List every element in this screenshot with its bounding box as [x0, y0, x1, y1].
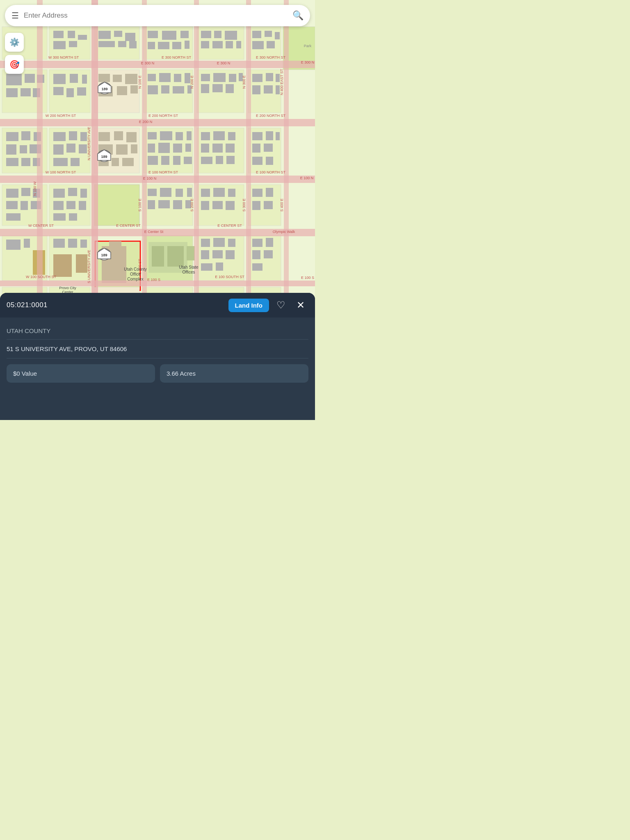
svg-text:E 100 N: E 100 N — [300, 176, 314, 180]
svg-rect-62 — [174, 74, 181, 82]
svg-text:E 100 SOUTH ST: E 100 SOUTH ST — [215, 275, 244, 279]
svg-rect-177 — [201, 201, 209, 210]
svg-text:E 100 N: E 100 N — [143, 176, 157, 180]
svg-rect-178 — [212, 201, 223, 209]
svg-rect-145 — [21, 188, 30, 196]
svg-text:E 100 S: E 100 S — [301, 276, 314, 280]
svg-rect-230 — [194, 0, 199, 295]
svg-rect-229 — [142, 0, 147, 295]
land-info-button[interactable]: Land Info — [228, 299, 269, 312]
svg-rect-128 — [228, 132, 235, 140]
svg-rect-202 — [213, 238, 225, 247]
close-button[interactable]: ✕ — [293, 297, 308, 313]
svg-text:N 400 EAST ST: N 400 EAST ST — [280, 69, 284, 95]
svg-rect-208 — [216, 262, 223, 271]
location-button[interactable]: 🎯 — [5, 55, 24, 74]
svg-text:S UNIVERSITY AVE: S UNIVERSITY AVE — [87, 250, 91, 283]
svg-text:189: 189 — [101, 155, 107, 159]
svg-text:E 300 N: E 300 N — [217, 61, 231, 65]
svg-rect-144 — [6, 189, 18, 198]
svg-rect-201 — [201, 239, 210, 247]
svg-text:E 200 NORTH ST: E 200 NORTH ST — [256, 114, 285, 118]
svg-rect-114 — [160, 131, 172, 140]
svg-text:Utah State: Utah State — [179, 265, 199, 269]
svg-rect-127 — [213, 131, 225, 140]
svg-rect-115 — [176, 132, 183, 140]
svg-rect-96 — [80, 132, 87, 141]
svg-rect-26 — [214, 31, 221, 38]
search-input[interactable] — [24, 11, 292, 20]
parcel-id: 05:021:0001 — [7, 301, 48, 309]
svg-rect-31 — [236, 41, 241, 48]
panel-content: UTAH COUNTY 51 S UNIVERSITY AVE, PROVO, … — [0, 317, 315, 389]
svg-rect-148 — [21, 201, 28, 210]
svg-rect-39 — [6, 74, 22, 85]
value-card: $0 Value — [7, 364, 155, 383]
svg-rect-142 — [266, 157, 273, 165]
svg-rect-131 — [226, 144, 235, 153]
svg-rect-166 — [160, 188, 171, 197]
svg-text:E 200 NORTH ST: E 200 NORTH ST — [148, 114, 178, 118]
svg-rect-140 — [264, 144, 273, 152]
svg-rect-47 — [70, 74, 78, 83]
svg-rect-78 — [266, 73, 273, 81]
svg-rect-227 — [37, 0, 43, 295]
map-container[interactable]: N 100 W N UNIVERSITY AVE S UNIVERSITY AV… — [0, 0, 315, 295]
svg-rect-81 — [264, 85, 273, 94]
info-row: $0 Value 3.66 Acres — [7, 364, 308, 383]
panel-header: 05:021:0001 Land Info ♡ ✕ — [0, 293, 315, 317]
search-icon[interactable]: 🔍 — [292, 10, 304, 21]
svg-rect-70 — [213, 73, 226, 82]
address-label: 51 S UNIVERSITY AVE, PROVO, UT 84606 — [7, 340, 308, 358]
svg-rect-37 — [267, 41, 275, 48]
svg-rect-6 — [78, 35, 87, 40]
svg-text:W 300 NORTH ST: W 300 NORTH ST — [48, 55, 79, 59]
svg-text:W 100 SOUTH ST: W 100 SOUTH ST — [26, 275, 57, 279]
svg-text:E 200 N: E 200 N — [139, 120, 153, 124]
svg-rect-212 — [252, 250, 260, 259]
svg-rect-165 — [148, 189, 157, 196]
svg-text:Utah County: Utah County — [124, 267, 147, 272]
svg-text:189: 189 — [101, 253, 107, 257]
svg-rect-33 — [252, 31, 261, 38]
svg-text:E 300 N: E 300 N — [301, 60, 315, 64]
svg-rect-50 — [66, 88, 74, 97]
svg-rect-71 — [229, 74, 236, 82]
svg-rect-228 — [91, 0, 98, 295]
svg-rect-85 — [21, 131, 30, 140]
svg-rect-191 — [68, 239, 77, 248]
svg-text:S 400 E: S 400 E — [280, 199, 284, 212]
svg-rect-124 — [184, 157, 192, 164]
svg-rect-64 — [148, 85, 158, 94]
menu-icon[interactable]: ☰ — [11, 11, 19, 21]
svg-rect-15 — [129, 41, 137, 48]
favorite-button[interactable]: ♡ — [273, 297, 289, 313]
svg-rect-53 — [98, 74, 110, 82]
svg-rect-170 — [158, 200, 170, 208]
svg-rect-57 — [117, 86, 127, 95]
svg-rect-66 — [173, 86, 184, 94]
svg-rect-111 — [122, 158, 134, 166]
svg-rect-134 — [226, 156, 235, 164]
settings-button[interactable]: ⚙️ — [5, 33, 24, 52]
svg-rect-11 — [114, 31, 122, 37]
svg-rect-182 — [266, 188, 273, 197]
svg-rect-221 — [0, 61, 315, 68]
svg-rect-12 — [125, 33, 135, 41]
svg-rect-198 — [167, 246, 184, 267]
svg-rect-194 — [76, 254, 87, 273]
svg-text:Provo City: Provo City — [59, 286, 76, 290]
svg-rect-181 — [252, 189, 262, 197]
svg-rect-211 — [266, 238, 273, 247]
svg-rect-176 — [228, 189, 235, 197]
svg-rect-103 — [98, 132, 110, 141]
svg-rect-159 — [69, 213, 77, 221]
svg-rect-23 — [185, 41, 189, 49]
svg-rect-120 — [185, 144, 191, 152]
svg-rect-14 — [118, 41, 126, 47]
panel-header-actions: Land Info ♡ ✕ — [228, 297, 309, 313]
svg-rect-192 — [80, 240, 87, 248]
svg-rect-34 — [265, 31, 272, 37]
svg-rect-35 — [275, 32, 280, 39]
svg-rect-79 — [276, 74, 280, 82]
